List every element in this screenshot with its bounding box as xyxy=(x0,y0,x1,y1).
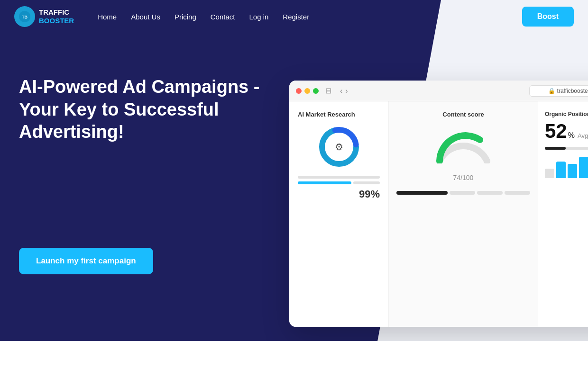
organic-position-suffix: % xyxy=(568,131,575,140)
svg-text:TB: TB xyxy=(22,15,28,19)
browser-bar: ⊟ ‹ › 🔒 trafficbooster.ai xyxy=(289,81,588,101)
organic-position-value: 52 xyxy=(545,121,567,141)
organic-position-avg: Avg xyxy=(578,132,588,139)
browser-content: AI Market Research ⚙ xyxy=(289,101,588,327)
traffic-lights xyxy=(296,88,319,94)
bar-3 xyxy=(568,164,577,178)
back-icon[interactable]: ‹ xyxy=(340,87,342,95)
maximize-icon xyxy=(313,88,319,94)
navbar: TB TRAFFIC BOOSTER Home About Us Pricing… xyxy=(0,0,588,33)
organic-position-bar-bg xyxy=(545,147,588,150)
nav-contact[interactable]: Contact xyxy=(211,13,235,21)
organic-position-title: Organic Position xyxy=(545,111,588,117)
nav-about[interactable]: About Us xyxy=(131,13,160,21)
content-score-panel: Content score 74/100 xyxy=(389,101,538,327)
svg-text:⚙: ⚙ xyxy=(335,142,343,152)
sidebar-icon: ⊟ xyxy=(325,86,331,95)
nav-pricing[interactable]: Pricing xyxy=(175,13,196,21)
nav-login[interactable]: Log in xyxy=(249,13,268,21)
nav-register[interactable]: Register xyxy=(283,13,309,21)
logo-icon: TB xyxy=(14,6,35,27)
organic-position-bar-chart xyxy=(545,154,588,178)
gauge-chart xyxy=(396,126,530,163)
bottom-white-section xyxy=(0,341,588,379)
hero-section: AI-Powered Ad Campaigns - Your Key to Su… xyxy=(19,76,266,274)
hero-title: AI-Powered Ad Campaigns - Your Key to Su… xyxy=(19,76,266,144)
browser-mockup: ⊟ ‹ › 🔒 trafficbooster.ai AI Market Rese… xyxy=(289,81,588,327)
logo: TB TRAFFIC BOOSTER xyxy=(14,6,74,27)
address-bar: 🔒 trafficbooster.ai xyxy=(529,85,588,97)
bar-2 xyxy=(556,162,566,178)
organic-position-panel: Organic Position 52 % Avg xyxy=(538,101,588,327)
page: TB TRAFFIC BOOSTER Home About Us Pricing… xyxy=(0,0,588,379)
bar-4 xyxy=(579,157,588,178)
logo-text: TRAFFIC BOOSTER xyxy=(39,8,74,25)
ai-market-research-panel: AI Market Research ⚙ xyxy=(289,101,389,327)
organic-position-bar-fill xyxy=(545,147,566,150)
cta-button[interactable]: Launch my first campaign xyxy=(19,248,153,274)
ai-market-research-title: AI Market Research xyxy=(298,111,380,118)
close-icon xyxy=(296,88,302,94)
forward-icon[interactable]: › xyxy=(345,87,348,95)
browser-controls: ‹ › xyxy=(340,87,348,95)
content-score-value: 74/100 xyxy=(396,168,530,183)
nav-links: Home About Us Pricing Contact Log in Reg… xyxy=(98,13,522,21)
nav-home[interactable]: Home xyxy=(98,13,117,21)
content-score-title: Content score xyxy=(396,111,530,118)
boost-button[interactable]: Boost xyxy=(522,7,574,27)
organic-position-value-row: 52 % Avg xyxy=(545,121,588,141)
minimize-icon xyxy=(304,88,310,94)
score-bars xyxy=(396,191,530,195)
market-research-percentage: 99% xyxy=(298,188,380,200)
bar-1 xyxy=(545,169,554,178)
donut-chart: ⚙ xyxy=(298,126,380,168)
progress-bar-bg xyxy=(298,176,380,179)
